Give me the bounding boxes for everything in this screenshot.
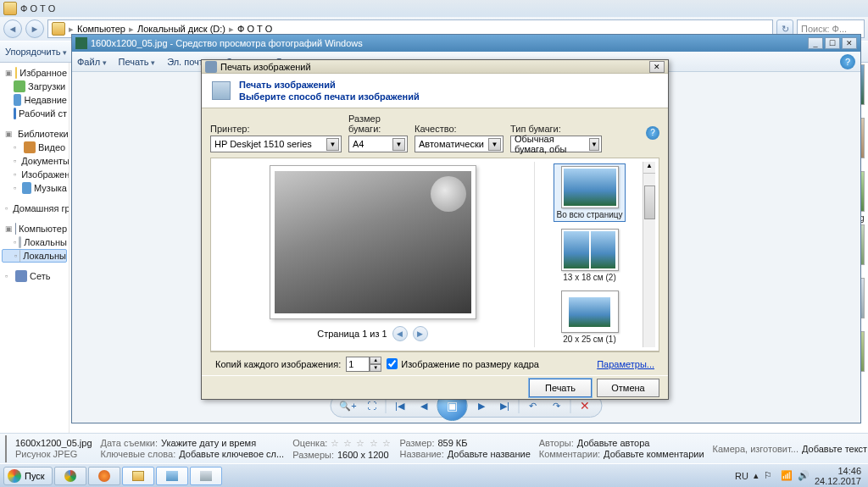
menu-file[interactable]: Файл — [77, 57, 107, 67]
layout-list: Во всю страницу 13 x 18 см (2) 20 x 25 с… — [534, 162, 639, 347]
lang-indicator[interactable]: RU — [735, 471, 748, 481]
printer-label: Принтер: — [210, 124, 342, 134]
paper-type-label: Тип бумаги: — [510, 124, 602, 134]
tree-network[interactable]: ▫Сеть — [2, 269, 67, 283]
print-options-link[interactable]: Параметры... — [597, 359, 654, 369]
copies-label: Копий каждого изображения: — [215, 359, 341, 369]
print-dialog-close-button[interactable]: ✕ — [649, 61, 665, 73]
tree-documents[interactable]: ▫Документы — [2, 154, 67, 168]
taskbar-clock[interactable]: 14:46 24.12.2017 — [815, 466, 861, 486]
copies-spinner[interactable]: ▲▼ — [346, 357, 381, 372]
details-comments[interactable]: Добавьте комментарии — [604, 449, 704, 459]
tree-recent[interactable]: Недавние — [2, 93, 67, 107]
windows-orb-icon — [8, 469, 21, 483]
print-header: Печать изображений Выберите способ печат… — [202, 74, 668, 108]
path-segment[interactable]: Ф О Т О — [237, 24, 272, 34]
image-icon — [75, 37, 87, 49]
details-dims: 1600 x 1200 — [337, 450, 389, 460]
tree-libraries[interactable]: ▣Библиотеки — [2, 127, 67, 141]
paper-size-select[interactable]: A4▼ — [348, 136, 408, 152]
tree-disk-d[interactable]: ▫Локальны — [2, 249, 67, 263]
print-dialog: Печать изображений ✕ Печать изображений … — [201, 59, 669, 400]
organize-menu[interactable]: Упорядочить — [5, 47, 67, 57]
fit-checkbox[interactable]: Изображение по размеру кадра — [387, 358, 539, 369]
nav-tree: ▣Избранное Загрузки Недавние Рабочий ст … — [0, 63, 70, 487]
spin-down-icon[interactable]: ▼ — [370, 364, 381, 372]
close-button[interactable]: ✕ — [842, 37, 857, 49]
details-title[interactable]: Добавьте название — [448, 449, 531, 459]
details-size: 859 КБ — [437, 438, 467, 448]
flag-icon[interactable]: ⚐ — [764, 470, 776, 482]
chevron-down-icon: ▼ — [326, 138, 339, 151]
printer-select[interactable]: HP Deskjet 1510 series▼ — [210, 136, 342, 152]
network-icon[interactable]: 📶 — [781, 470, 793, 482]
next-page-button[interactable]: ▶ — [413, 326, 428, 341]
window-title: Ф О Т О — [20, 3, 55, 14]
system-tray: RU ▴ ⚐ 📶 🔊 14:46 24.12.2017 — [735, 466, 865, 486]
volume-icon[interactable]: 🔊 — [798, 470, 810, 482]
details-camera[interactable]: Добавьте текст — [802, 444, 867, 454]
taskbar: Пуск RU ▴ ⚐ 📶 🔊 14:46 24.12.2017 — [0, 463, 868, 487]
layout-13x18[interactable]: 13 x 18 см (2) — [559, 227, 620, 284]
folder-icon — [52, 22, 65, 36]
details-thumb — [5, 435, 7, 462]
print-help-icon[interactable]: ? — [646, 126, 659, 140]
task-explorer[interactable] — [122, 467, 154, 485]
chevron-down-icon: ▼ — [392, 138, 405, 151]
copies-input[interactable] — [346, 357, 370, 372]
preview-page — [270, 165, 476, 319]
task-print[interactable] — [190, 467, 222, 485]
tree-disk-c[interactable]: ▫Локальны — [2, 235, 67, 249]
printer-icon — [212, 81, 231, 100]
prev-page-button[interactable]: ◀ — [392, 326, 408, 341]
tree-video[interactable]: ▫Видео — [2, 141, 67, 154]
viewer-titlebar[interactable]: 1600x1200_05.jpg - Средство просмотра фо… — [72, 35, 860, 52]
tree-images[interactable]: ▫Изображен — [2, 168, 67, 181]
details-rating[interactable]: ☆ ☆ ☆ ☆ ☆ — [331, 438, 391, 449]
tree-computer[interactable]: ▣Компьютер — [2, 222, 67, 235]
start-button[interactable]: Пуск — [3, 467, 53, 485]
tree-homegroup[interactable]: ▫Домашняя гр — [2, 202, 67, 215]
nav-forward-button[interactable]: ► — [25, 19, 44, 38]
quality-select[interactable]: Автоматически▼ — [415, 136, 504, 152]
details-keywords[interactable]: Добавьте ключевое сл... — [179, 449, 284, 459]
tray-up-icon[interactable]: ▴ — [754, 470, 759, 481]
print-dialog-title: Печать изображений — [220, 62, 311, 72]
task-wmp[interactable] — [88, 467, 120, 485]
print-dialog-titlebar[interactable]: Печать изображений ✕ — [202, 60, 668, 74]
folder-icon — [3, 2, 17, 15]
tree-favorites[interactable]: ▣Избранное — [2, 66, 67, 80]
spin-up-icon[interactable]: ▲ — [370, 357, 381, 364]
preview-image — [275, 171, 471, 313]
details-date[interactable]: Укажите дату и время — [161, 438, 256, 448]
nav-back-button[interactable]: ◄ — [3, 19, 22, 38]
path-segment[interactable]: Локальный диск (D:) — [137, 24, 225, 34]
tree-downloads[interactable]: Загрузки — [2, 80, 67, 93]
minimize-button[interactable]: _ — [808, 37, 823, 49]
paper-type-select[interactable]: Обычная бумага, обы▼ — [510, 136, 602, 152]
print-preview: Страница 1 из 1 ◀ ▶ — [214, 162, 531, 347]
task-photoviewer[interactable] — [156, 467, 188, 485]
cancel-button[interactable]: Отмена — [597, 379, 659, 397]
layout-20x25[interactable]: 20 x 25 см (1) — [559, 289, 620, 346]
details-authors[interactable]: Добавьте автора — [577, 438, 650, 448]
print-header-title: Печать изображений — [239, 80, 420, 90]
pager-text: Страница 1 из 1 — [317, 329, 387, 339]
tree-music[interactable]: ▫Музыка — [2, 181, 67, 195]
help-icon[interactable]: ? — [840, 54, 855, 69]
chevron-down-icon: ▼ — [589, 138, 599, 151]
path-segment[interactable]: Компьютер — [77, 24, 125, 34]
tree-desktop[interactable]: Рабочий ст — [2, 107, 67, 120]
chevron-down-icon: ▼ — [488, 138, 501, 151]
print-header-sub: Выберите способ печати изображений — [239, 91, 420, 102]
viewer-title-text: 1600x1200_05.jpg - Средство просмотра фо… — [91, 38, 363, 48]
layout-scrollbar[interactable]: ▲ — [643, 162, 655, 347]
explorer-titlebar[interactable]: Ф О Т О — [0, 0, 868, 17]
maximize-button[interactable]: ☐ — [825, 37, 840, 49]
printer-icon — [205, 61, 217, 73]
details-filename: 1600x1200_05.jpg — [15, 438, 92, 448]
print-button[interactable]: Печать — [529, 379, 592, 397]
menu-print[interactable]: Печать — [119, 57, 156, 67]
layout-fullpage[interactable]: Во всю страницу — [554, 163, 625, 222]
task-chrome[interactable] — [54, 467, 86, 485]
